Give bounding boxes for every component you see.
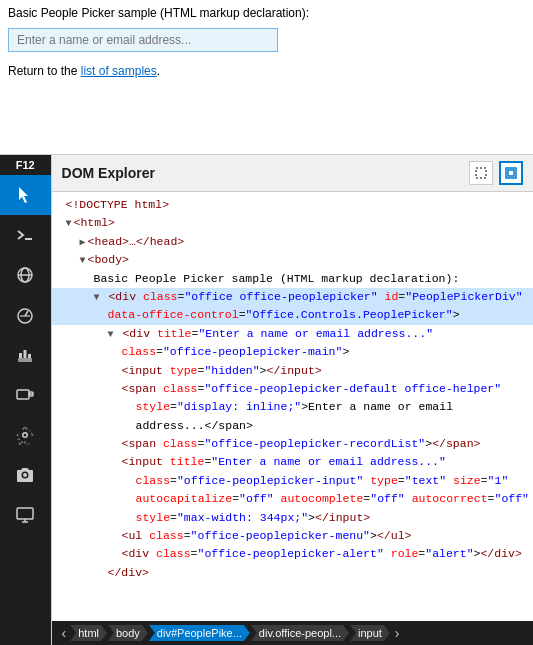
f12-badge: F12 — [0, 155, 51, 175]
breadcrumb-scroll-right[interactable]: › — [391, 625, 404, 641]
sidebar-icon-performance[interactable] — [0, 295, 51, 335]
dom-div-inner-class: class="office-peoplepicker-main"> — [52, 343, 533, 361]
svg-rect-7 — [18, 358, 32, 362]
dom-span-default2: style="display: inline;">Enter a name or… — [52, 398, 533, 416]
svg-rect-19 — [508, 170, 514, 176]
dom-input-class: class="office-peoplepicker-input" type="… — [52, 472, 533, 490]
dom-span-default1: <span class="office-peoplepicker-default… — [52, 380, 533, 398]
dom-input-attrs: autocapitalize="off" autocomplete="off" … — [52, 490, 533, 508]
svg-rect-14 — [17, 508, 33, 519]
dom-span-default3: address...</span> — [52, 417, 533, 435]
sidebar-icon-emulation[interactable] — [0, 375, 51, 415]
dom-ul-menu: <ul class="office-peoplepicker-menu"></u… — [52, 527, 533, 545]
dom-body-open: ▼<body> — [52, 251, 533, 269]
dom-div-inner: ▼ <div title="Enter a name or email addr… — [52, 325, 533, 343]
page-description: Basic People Picker sample (HTML markup … — [0, 0, 533, 24]
breadcrumb-scroll-left[interactable]: ‹ — [58, 625, 71, 641]
top-section: Basic People Picker sample (HTML markup … — [0, 0, 533, 155]
svg-rect-10 — [28, 354, 31, 358]
breadcrumb-item-input[interactable]: input — [350, 625, 390, 641]
select-element-button[interactable] — [469, 161, 493, 185]
svg-rect-8 — [19, 353, 22, 358]
sidebar-icon-network[interactable] — [0, 255, 51, 295]
main-layout: F12 — [0, 155, 533, 645]
dom-div-main[interactable]: ▼ <div class="office office-peoplepicker… — [52, 288, 533, 306]
samples-link[interactable]: list of samples — [81, 64, 157, 78]
dom-explorer-panel: DOM Explorer <!DOCTYPE html> — [51, 155, 533, 645]
box-model-button[interactable] — [499, 161, 523, 185]
dom-explorer-header: DOM Explorer — [52, 155, 533, 192]
breadcrumb-item-div-office[interactable]: div.office-peopl... — [251, 625, 349, 641]
sidebar-icon-settings[interactable] — [0, 415, 51, 455]
dom-input-title: <input title="Enter a name or email addr… — [52, 453, 533, 471]
svg-rect-17 — [476, 168, 486, 178]
dom-tree[interactable]: <!DOCTYPE html> ▼<html> ▶<head>…</head> … — [52, 192, 533, 621]
dom-explorer-title: DOM Explorer — [62, 165, 155, 181]
sidebar: F12 — [0, 155, 51, 645]
dom-input-style: style="max-width: 344px;"></input> — [52, 509, 533, 527]
dom-div-alert: <div class="office-peoplepicker-alert" r… — [52, 545, 533, 563]
people-picker-input[interactable] — [8, 28, 278, 52]
sidebar-icon-screen[interactable] — [0, 495, 51, 535]
dom-html-open: ▼<html> — [52, 214, 533, 232]
sidebar-icon-memory[interactable] — [0, 335, 51, 375]
svg-line-5 — [25, 311, 28, 316]
breadcrumb-bar: ‹ html body div#PeoplePike... div.office… — [52, 621, 533, 645]
svg-rect-11 — [17, 390, 29, 399]
dom-span-record: <span class="office-peoplepicker-recordL… — [52, 435, 533, 453]
dom-header-icons — [469, 161, 523, 185]
svg-rect-9 — [24, 350, 27, 358]
sidebar-icon-pointer[interactable] — [0, 175, 51, 215]
dom-doctype: <!DOCTYPE html> — [52, 196, 533, 214]
breadcrumb-item-div-people[interactable]: div#PeoplePike... — [149, 625, 250, 641]
dom-body-text: Basic People Picker sample (HTML markup … — [52, 270, 533, 288]
dom-div-main-attr2: data-office-control="Office.Controls.Peo… — [52, 306, 533, 324]
dom-div-close: </div> — [52, 564, 533, 582]
dom-head: ▶<head>…</head> — [52, 233, 533, 251]
sidebar-icon-camera[interactable] — [0, 455, 51, 495]
sidebar-icon-console[interactable] — [0, 215, 51, 255]
breadcrumb-item-html[interactable]: html — [70, 625, 107, 641]
return-text: Return to the list of samples. — [0, 56, 533, 86]
breadcrumb-item-body[interactable]: body — [108, 625, 148, 641]
dom-input-hidden: <input type="hidden"></input> — [52, 362, 533, 380]
